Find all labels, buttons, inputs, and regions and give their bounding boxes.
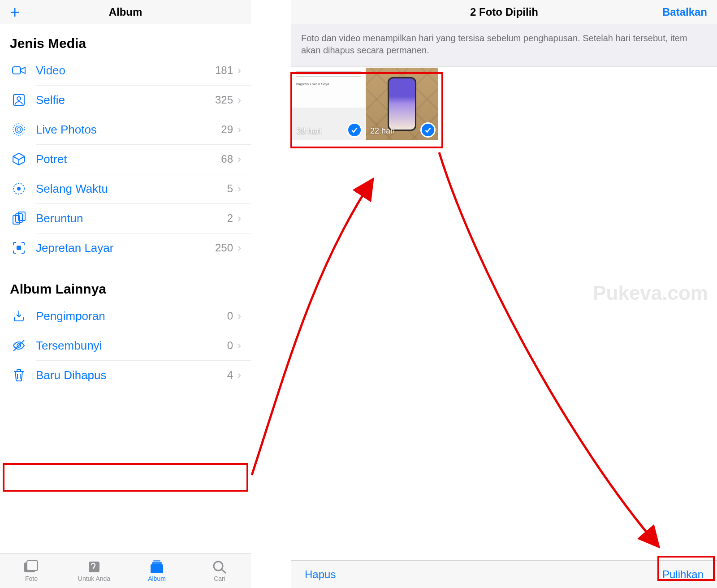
album-list: Jenis Media Video 181 › Selfie 325 › Liv…: [0, 24, 251, 553]
svg-point-5: [13, 124, 25, 135]
row-count: 2: [227, 212, 233, 225]
row-label: Beruntun: [36, 212, 227, 225]
svg-point-4: [15, 126, 22, 133]
svg-line-23: [222, 570, 226, 573]
svg-rect-9: [16, 214, 22, 222]
section-other-albums: Album Lainnya: [0, 275, 251, 301]
svg-point-3: [17, 128, 21, 131]
row-label: Selfie: [36, 93, 215, 107]
chevron-right-icon: ›: [238, 182, 241, 195]
tab-search[interactable]: Cari: [188, 553, 251, 588]
tab-albums[interactable]: Album: [125, 553, 188, 588]
row-count: 68: [221, 153, 233, 165]
delete-button[interactable]: Hapus: [305, 568, 336, 581]
bottom-toolbar: Hapus Pulihkan: [291, 560, 717, 588]
photo-grid: Bagikan Lokasi Saya 28 hari 22 hari Puke…: [291, 67, 717, 560]
chevron-right-icon: ›: [238, 64, 241, 77]
add-album-button[interactable]: +: [10, 4, 20, 21]
recover-button[interactable]: Pulihkan: [662, 568, 704, 581]
tab-bar: Foto Untuk Anda Album Cari: [0, 553, 251, 588]
selfie-icon: [10, 91, 28, 109]
thumbnail-preview-text: Bagikan Lokasi Saya: [296, 82, 329, 86]
chevron-right-icon: ›: [238, 369, 241, 381]
deletion-info-banner: Foto dan video menampilkan hari yang ter…: [291, 24, 717, 67]
chevron-right-icon: ›: [238, 212, 241, 225]
row-count: 250: [215, 242, 233, 254]
row-count: 181: [215, 64, 233, 77]
svg-rect-11: [17, 246, 21, 250]
chevron-right-icon: ›: [238, 123, 241, 136]
tab-for-you[interactable]: Untuk Anda: [63, 553, 125, 588]
row-imports[interactable]: Pengimporan 0 ›: [0, 301, 251, 331]
svg-point-2: [17, 97, 21, 100]
tab-label: Cari: [214, 575, 225, 582]
tab-label: Foto: [25, 575, 38, 582]
row-label: Potret: [36, 152, 221, 166]
row-count: 0: [227, 339, 233, 352]
row-hidden[interactable]: Tersembunyi 0 ›: [0, 331, 251, 360]
row-screenshots[interactable]: Jepretan Layar 250 ›: [0, 233, 251, 263]
page-title: Album: [109, 6, 143, 18]
row-label: Selang Waktu: [36, 182, 227, 196]
cancel-button[interactable]: Batalkan: [662, 6, 707, 18]
row-recently-deleted[interactable]: Baru Dihapus 4 ›: [0, 360, 251, 390]
row-label: Baru Dihapus: [36, 368, 227, 382]
chevron-right-icon: ›: [238, 339, 241, 352]
svg-point-7: [17, 187, 20, 190]
screenshot-icon: [10, 239, 28, 257]
days-remaining-label: 28 hari: [297, 126, 321, 136]
chevron-right-icon: ›: [238, 310, 241, 322]
selected-check-icon: [420, 122, 436, 138]
chevron-right-icon: ›: [238, 153, 241, 165]
timelapse-icon: [10, 180, 28, 198]
cube-icon: [10, 150, 28, 168]
trash-icon: [10, 366, 28, 384]
row-timelapse[interactable]: Selang Waktu 5 ›: [0, 174, 251, 203]
row-count: 325: [215, 94, 233, 106]
deleted-nav-header: 2 Foto Dipilih Batalkan: [291, 0, 717, 24]
burst-icon: [10, 209, 28, 227]
row-count: 5: [227, 182, 233, 195]
svg-point-22: [214, 562, 223, 571]
album-nav-header: + Album: [0, 0, 251, 24]
tab-label: Album: [148, 575, 166, 582]
selection-count-title: 2 Foto Dipilih: [470, 6, 538, 18]
chevron-right-icon: ›: [238, 242, 241, 254]
days-remaining-label: 22 hari: [370, 126, 395, 136]
row-selfie[interactable]: Selfie 325 ›: [0, 85, 251, 115]
watermark-text: Pukeva.com: [593, 282, 708, 304]
row-video[interactable]: Video 181 ›: [0, 56, 251, 85]
row-count: 29: [221, 123, 233, 136]
tab-photos[interactable]: Foto: [0, 553, 63, 588]
row-count: 4: [227, 369, 233, 381]
tab-label: Untuk Anda: [78, 575, 110, 582]
video-icon: [10, 61, 28, 79]
svg-rect-19: [151, 564, 163, 573]
svg-rect-21: [153, 560, 160, 562]
row-label: Pengimporan: [36, 309, 227, 323]
row-live-photos[interactable]: Live Photos 29 ›: [0, 115, 251, 144]
row-label: Video: [36, 64, 215, 78]
photo-thumbnail[interactable]: Bagikan Lokasi Saya 28 hari: [292, 68, 365, 140]
svg-rect-17: [27, 561, 38, 571]
row-burst[interactable]: Beruntun 2 ›: [0, 203, 251, 233]
svg-rect-20: [152, 562, 162, 564]
photo-thumbnail[interactable]: 22 hari: [366, 68, 438, 140]
chevron-right-icon: ›: [238, 94, 241, 106]
row-label: Tersembunyi: [36, 339, 227, 353]
row-label: Live Photos: [36, 123, 221, 137]
selected-check-icon: [347, 122, 362, 138]
import-icon: [10, 307, 28, 325]
live-photos-icon: [10, 121, 28, 138]
hidden-icon: [10, 337, 28, 355]
row-count: 0: [227, 310, 233, 322]
section-media-types: Jenis Media: [0, 30, 251, 56]
row-label: Jepretan Layar: [36, 241, 215, 255]
row-portrait[interactable]: Potret 68 ›: [0, 144, 251, 174]
svg-rect-0: [13, 67, 21, 74]
